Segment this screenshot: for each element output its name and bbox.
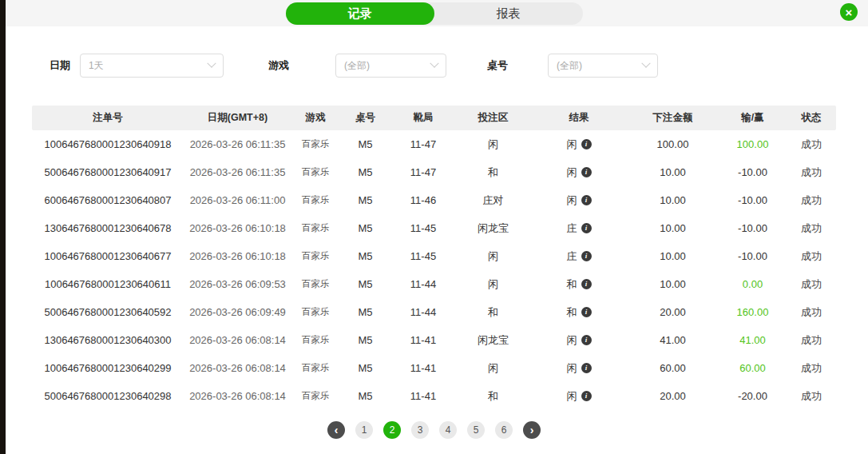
close-icon: × xyxy=(846,6,853,19)
info-icon[interactable]: i xyxy=(581,223,592,233)
cell-table: M5 xyxy=(339,390,391,402)
cell-game: 百家乐 xyxy=(291,362,339,374)
page-button[interactable]: 5 xyxy=(467,421,485,439)
cell-date: 2026-03-26 06:09:53 xyxy=(184,278,291,290)
column-header: 投注区 xyxy=(455,111,531,125)
filter-date: 日期 1天 xyxy=(50,54,224,78)
column-header: 日期(GMT+8) xyxy=(184,111,291,125)
next-icon: › xyxy=(530,424,534,436)
column-header: 游戏 xyxy=(291,111,339,125)
cell-bet-id: 1006467680001230640677 xyxy=(32,250,184,262)
cell-win: 100.00 xyxy=(719,138,787,150)
cell-shoe: 11-44 xyxy=(391,278,455,290)
cell-amount: 20.00 xyxy=(627,390,719,402)
info-icon[interactable]: i xyxy=(581,139,592,149)
cell-date: 2026-03-26 06:11:35 xyxy=(184,138,291,150)
cell-win: -10.00 xyxy=(719,194,787,206)
date-range-select[interactable]: 1天 xyxy=(80,54,224,78)
cell-shoe: 11-41 xyxy=(391,362,455,374)
cell-win: 60.00 xyxy=(719,362,787,374)
cell-shoe: 11-45 xyxy=(391,222,455,234)
filter-bar: 日期 1天 游戏 (全部) 桌号 (全部) xyxy=(50,54,868,78)
cell-amount: 10.00 xyxy=(627,278,719,290)
table-select[interactable]: (全部) xyxy=(548,54,658,78)
cell-table: M5 xyxy=(339,194,391,206)
info-icon[interactable]: i xyxy=(581,307,592,317)
table-row: 1006467680001230640918 2026-03-26 06:11:… xyxy=(32,130,836,158)
result-text: 闲 xyxy=(567,137,577,152)
result-text: 庄 xyxy=(567,221,577,236)
cell-table: M5 xyxy=(339,362,391,374)
cell-amount: 10.00 xyxy=(627,194,719,206)
info-icon[interactable]: i xyxy=(581,195,592,205)
date-range-value: 1天 xyxy=(89,59,104,73)
filter-table: 桌号 (全部) xyxy=(487,54,658,78)
cell-shoe: 11-47 xyxy=(391,166,455,178)
page-button[interactable]: 6 xyxy=(495,421,513,439)
table-row: 1306467680001230640678 2026-03-26 06:10:… xyxy=(32,214,836,242)
cell-game: 百家乐 xyxy=(291,334,339,346)
game-select[interactable]: (全部) xyxy=(335,54,446,78)
page-button[interactable]: 2 xyxy=(383,421,401,439)
cell-table: M5 xyxy=(339,334,391,346)
game-select-value: (全部) xyxy=(344,59,370,73)
column-header: 状态 xyxy=(787,111,836,125)
cell-shoe: 11-41 xyxy=(391,334,455,346)
cell-bet-area: 和 xyxy=(455,389,531,404)
cell-bet-area: 闲 xyxy=(455,361,531,376)
cell-game: 百家乐 xyxy=(291,194,339,206)
cell-bet-id: 5006467680001230640917 xyxy=(32,166,184,178)
info-icon[interactable]: i xyxy=(581,167,592,177)
cell-bet-id: 1006467680001230640611 xyxy=(32,278,184,290)
cell-amount: 20.00 xyxy=(627,306,719,318)
cell-result: 闲 i xyxy=(531,333,627,348)
table-row: 1006467680001230640299 2026-03-26 06:08:… xyxy=(32,354,836,382)
cell-status: 成功 xyxy=(787,361,836,376)
result-text: 闲 xyxy=(567,165,577,180)
column-header: 下注金额 xyxy=(627,111,719,125)
cell-bet-area: 闲龙宝 xyxy=(455,221,531,236)
cell-status: 成功 xyxy=(787,333,836,348)
result-text: 和 xyxy=(567,305,577,320)
result-text: 庄 xyxy=(567,249,577,264)
result-text: 和 xyxy=(567,277,577,292)
cell-status: 成功 xyxy=(787,221,836,236)
cell-game: 百家乐 xyxy=(291,390,339,402)
cell-table: M5 xyxy=(339,306,391,318)
cell-result: 闲 i xyxy=(531,193,627,208)
cell-status: 成功 xyxy=(787,389,836,404)
cell-amount: 100.00 xyxy=(627,138,719,150)
cell-status: 成功 xyxy=(787,249,836,264)
info-icon[interactable]: i xyxy=(581,335,592,345)
cell-win: 160.00 xyxy=(719,306,787,318)
result-text: 闲 xyxy=(567,333,577,348)
info-icon[interactable]: i xyxy=(581,251,592,261)
cell-shoe: 11-47 xyxy=(391,138,455,150)
info-icon[interactable]: i xyxy=(581,391,592,401)
info-icon[interactable]: i xyxy=(581,279,592,289)
filter-game: 游戏 (全部) xyxy=(268,54,446,78)
cell-bet-area: 闲 xyxy=(455,277,531,292)
tab-records[interactable]: 记录 xyxy=(286,2,434,25)
cell-bet-id: 5006467680001230640592 xyxy=(32,306,184,318)
result-text: 闲 xyxy=(567,361,577,376)
prev-page-button[interactable]: ‹ xyxy=(327,421,345,439)
cell-bet-id: 1006467680001230640299 xyxy=(32,362,184,374)
tab-reports[interactable]: 报表 xyxy=(434,2,583,25)
cell-date: 2026-03-26 06:08:14 xyxy=(184,390,291,402)
chevron-down-icon xyxy=(207,59,216,68)
page-button[interactable]: 1 xyxy=(355,421,373,439)
cell-date: 2026-03-26 06:09:49 xyxy=(184,306,291,318)
cell-bet-id: 1306467680001230640678 xyxy=(32,222,184,234)
cell-bet-id: 1006467680001230640918 xyxy=(32,138,184,150)
cell-win: -20.00 xyxy=(719,390,787,402)
page-button[interactable]: 3 xyxy=(411,421,429,439)
page-button[interactable]: 4 xyxy=(439,421,457,439)
left-edge-strip xyxy=(0,0,6,454)
cell-win: 41.00 xyxy=(719,334,787,346)
cell-bet-area: 闲 xyxy=(455,249,531,264)
next-page-button[interactable]: › xyxy=(523,421,541,439)
info-icon[interactable]: i xyxy=(581,363,592,373)
column-header: 桌号 xyxy=(339,111,391,125)
close-button[interactable]: × xyxy=(840,3,858,21)
